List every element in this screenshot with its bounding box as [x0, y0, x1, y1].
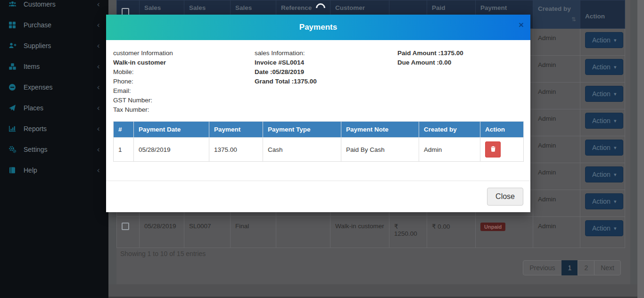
- pay-col-created-by: Created by: [419, 122, 480, 138]
- due-amount: Due Amount :0.00: [397, 58, 523, 67]
- pay-col-payment: Payment: [209, 122, 263, 138]
- pay-col-num: #: [114, 122, 134, 138]
- customer-tax-label: Tax Number:: [113, 105, 255, 115]
- customer-mobile-label: Mobile:: [113, 67, 255, 77]
- payment-date: 05/28/2019: [134, 138, 209, 162]
- pay-col-note: Payment Note: [341, 122, 419, 138]
- customer-gst-label: GST Number:: [113, 96, 255, 105]
- sales-info-column: sales Information: Invoice #SL0014 Date …: [255, 49, 397, 115]
- pay-col-action: Action: [480, 122, 524, 138]
- invoice-date: Date :05/28/2019: [255, 67, 397, 77]
- invoice-number: Invoice #SL0014: [255, 58, 397, 67]
- payment-note: Paid By Cash: [341, 138, 419, 162]
- close-icon[interactable]: ×: [519, 20, 524, 29]
- payments-table: # Payment Date Payment Payment Type Paym…: [113, 121, 524, 162]
- customer-info-column: customer Information Walk-in customer Mo…: [113, 49, 255, 115]
- pay-col-type: Payment Type: [263, 122, 341, 138]
- modal-header: Payments ×: [106, 15, 530, 40]
- customer-phone-label: Phone:: [113, 77, 255, 86]
- modal-footer: Close: [106, 181, 530, 212]
- customer-name: Walk-in customer: [113, 58, 255, 67]
- payment-num: 1: [114, 138, 134, 162]
- invoice-info-section: customer Information Walk-in customer Mo…: [113, 49, 523, 115]
- payment-created-by: Admin: [419, 138, 480, 162]
- payment-type: Cash: [263, 138, 341, 162]
- payment-row: 1 05/28/2019 1375.00 Cash Paid By Cash A…: [114, 138, 524, 162]
- payment-amount: 1375.00: [209, 138, 263, 162]
- sales-info-heading: sales Information:: [255, 49, 397, 58]
- pay-col-date: Payment Date: [134, 122, 209, 138]
- payments-table-header-row: # Payment Date Payment Payment Type Paym…: [114, 122, 524, 138]
- modal-spacer: [113, 162, 523, 178]
- paid-amount: Paid Amount :1375.00: [397, 49, 523, 58]
- customer-email-label: Email:: [113, 86, 255, 96]
- grand-total: Grand Total :1375.00: [255, 77, 397, 86]
- delete-payment-button[interactable]: [485, 141, 501, 157]
- customer-info-heading: customer Information: [113, 49, 255, 58]
- amounts-column: Paid Amount :1375.00 Due Amount :0.00: [397, 49, 523, 115]
- payments-modal: Payments × customer Information Walk-in …: [106, 15, 530, 212]
- modal-title: Payments: [299, 23, 337, 32]
- modal-body: customer Information Walk-in customer Mo…: [106, 40, 530, 181]
- close-button[interactable]: Close: [487, 188, 523, 206]
- trash-icon: [490, 145, 496, 154]
